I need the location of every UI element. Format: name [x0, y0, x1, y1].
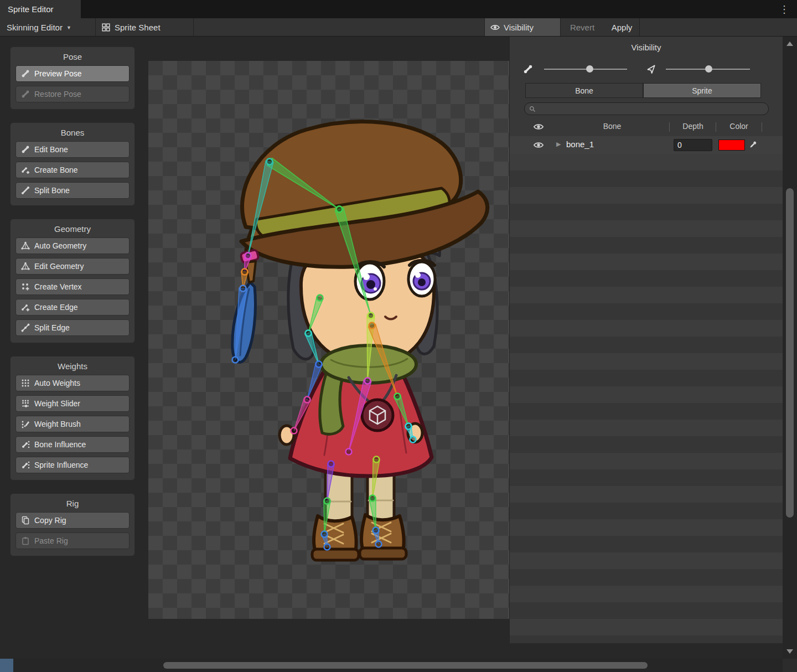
window-tab-strip: Sprite Editor ⋮	[0, 0, 797, 18]
horizontal-scrollbar[interactable]	[0, 659, 797, 672]
bones-panel-title: Bones	[13, 128, 132, 137]
depth-input[interactable]	[674, 139, 712, 151]
bone-name-label[interactable]: bone_1	[566, 139, 594, 149]
create-bone-label: Create Bone	[34, 166, 78, 174]
create-vertex-button[interactable]: Create Vertex	[15, 278, 130, 295]
create-bone-button[interactable]: Create Bone	[15, 162, 130, 178]
weight-slider-button[interactable]: Weight Slider	[15, 395, 130, 412]
header-eye-icon[interactable]	[533, 123, 544, 131]
horizontal-scrollbar-thumb[interactable]	[163, 662, 648, 669]
restore-pose-button[interactable]: Restore Pose	[15, 86, 130, 102]
weight-brush-button[interactable]: Weight Brush	[15, 416, 130, 432]
bone-gizmo[interactable]	[373, 528, 382, 547]
bone-gizmo[interactable]	[406, 423, 416, 443]
bone-gizmo[interactable]	[267, 158, 343, 212]
visibility-toggle-button[interactable]: Visibility	[484, 18, 561, 36]
sprite-sheet-button[interactable]: Sprite Sheet	[95, 18, 194, 36]
bone-gizmo[interactable]	[291, 397, 310, 434]
edit-geometry-label: Edit Geometry	[34, 262, 84, 271]
weight-brush-icon	[21, 420, 30, 428]
edit-bone-button[interactable]: Edit Bone	[15, 141, 130, 158]
weight-slider-icon	[21, 399, 30, 408]
rig-panel: Rig Copy Rig Paste Rig	[10, 493, 135, 556]
visibility-panel: Visibility Bone Sprite Bone Depth Color	[509, 37, 783, 643]
paste-rig-button[interactable]: Paste Rig	[15, 533, 130, 549]
pose-panel-title: Pose	[13, 52, 132, 61]
paste-rig-label: Paste Rig	[34, 536, 68, 545]
split-bone-label: Split Bone	[34, 186, 70, 195]
sprite-influence-button[interactable]: Sprite Influence	[15, 457, 130, 473]
bone-search-field[interactable]	[524, 102, 769, 115]
sprite-opacity-slider-thumb[interactable]	[705, 65, 712, 73]
bone-gizmo[interactable]	[245, 159, 273, 259]
bone-gizmo[interactable]	[232, 286, 247, 363]
expander-icon[interactable]: ▶	[556, 141, 561, 148]
create-vertex-icon	[21, 282, 30, 291]
copy-rig-icon	[21, 516, 30, 525]
split-edge-label: Split Edge	[34, 323, 70, 332]
search-input[interactable]	[539, 104, 764, 113]
create-bone-icon	[21, 166, 30, 174]
bone-gizmo[interactable]	[370, 457, 380, 502]
edit-geometry-button[interactable]: Edit Geometry	[15, 258, 130, 275]
geometry-panel-title: Geometry	[13, 224, 132, 234]
visibility-toggle-label: Visibility	[504, 23, 534, 32]
geometry-panel: Geometry Auto Geometry Edit Geometry Cre…	[10, 219, 135, 343]
vertical-scrollbar-thumb[interactable]	[786, 188, 794, 518]
tab-sprite-editor[interactable]: Sprite Editor	[0, 0, 81, 18]
eyedropper-icon[interactable]	[749, 140, 758, 148]
apply-button[interactable]: Apply	[604, 18, 640, 36]
tab-sprite[interactable]: Sprite	[643, 83, 761, 98]
tab-bone-label: Bone	[575, 86, 593, 95]
split-edge-icon	[21, 323, 30, 332]
restore-pose-icon	[21, 90, 30, 99]
kebab-menu-icon: ⋮	[779, 3, 789, 15]
revert-button[interactable]: Revert	[561, 18, 603, 36]
auto-weights-label: Auto Weights	[34, 379, 80, 387]
split-edge-button[interactable]: Split Edge	[15, 319, 130, 336]
bone-gizmo[interactable]	[368, 323, 400, 400]
bottom-right-corner	[783, 659, 797, 672]
bone-influence-label: Bone Influence	[34, 440, 86, 449]
create-vertex-label: Create Vertex	[34, 282, 82, 291]
column-header-depth: Depth	[674, 122, 712, 131]
copy-rig-button[interactable]: Copy Rig	[15, 512, 130, 529]
tab-bone[interactable]: Bone	[525, 83, 643, 98]
row-eye-icon[interactable]	[533, 141, 544, 149]
create-edge-button[interactable]: Create Edge	[15, 299, 130, 316]
pose-panel: Pose Preview Pose Restore Pose	[10, 46, 135, 110]
vertical-scrollbar[interactable]	[783, 37, 797, 659]
scroll-down-icon[interactable]	[786, 649, 793, 654]
scroll-up-icon[interactable]	[786, 42, 793, 46]
sprite-influence-icon	[21, 461, 30, 469]
bone-gizmo[interactable]	[322, 531, 330, 550]
bone-list-header: Bone Depth Color	[510, 118, 783, 136]
bone-opacity-slider-thumb[interactable]	[586, 65, 593, 73]
eye-icon	[490, 23, 500, 32]
bone-color-swatch[interactable]	[718, 139, 745, 151]
auto-geometry-button[interactable]: Auto Geometry	[15, 237, 130, 254]
auto-weights-button[interactable]: Auto Weights	[15, 375, 130, 391]
bone-influence-button[interactable]: Bone Influence	[15, 436, 130, 453]
weights-panel-title: Weights	[13, 361, 132, 371]
window-menu-button[interactable]: ⋮	[779, 0, 789, 18]
bone-gizmo[interactable]	[335, 206, 374, 319]
copy-rig-label: Copy Rig	[34, 516, 66, 525]
edit-geometry-icon	[21, 262, 30, 271]
skinning-editor-dropdown[interactable]: Skinning Editor ▼	[1, 18, 77, 36]
bone-opacity-slider-track[interactable]	[544, 69, 627, 70]
sprite-editor-window: Sprite Editor ⋮ Skinning Editor ▼ Sprite…	[0, 0, 797, 672]
bone-influence-icon	[21, 440, 30, 449]
bone-gizmo[interactable]	[346, 378, 371, 455]
bone-row[interactable]: ▶ bone_1	[510, 136, 783, 154]
preview-pose-button[interactable]: Preview Pose	[15, 65, 130, 82]
split-bone-button[interactable]: Split Bone	[15, 182, 130, 199]
tool-column: Pose Preview Pose Restore Pose Bones Edi…	[10, 46, 135, 569]
sprite-opacity-icon	[646, 64, 656, 74]
bottom-left-corner	[0, 659, 13, 672]
column-divider	[716, 122, 716, 132]
weight-slider-label: Weight Slider	[34, 399, 80, 408]
toolbar: Skinning Editor ▼ Sprite Sheet Visibilit…	[0, 18, 797, 37]
bone-gizmo[interactable]	[324, 461, 334, 504]
tab-sprite-editor-label: Sprite Editor	[8, 4, 54, 14]
